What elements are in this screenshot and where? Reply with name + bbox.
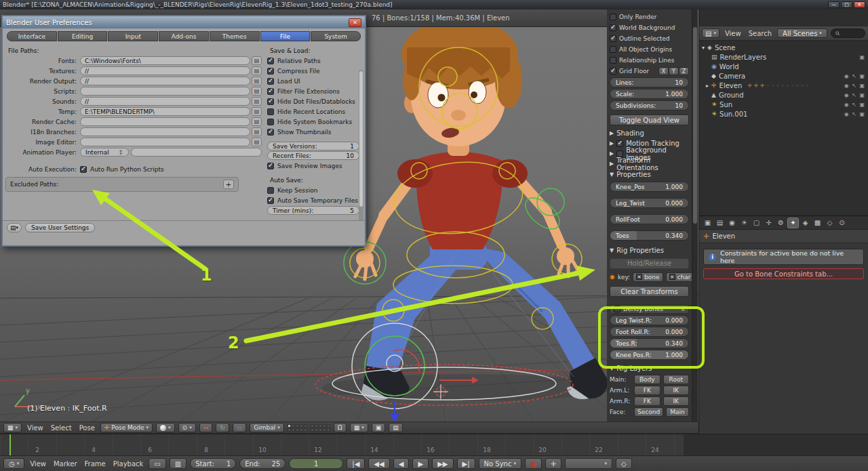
bendy-bones-checkbox[interactable] [614, 306, 620, 312]
auto-run-python-checkbox[interactable] [80, 166, 87, 173]
file-browse-icon[interactable]: ▤ [252, 127, 262, 136]
axis-y-toggle[interactable]: Y [669, 67, 679, 75]
tab-modifiers-icon[interactable]: ⚙ [775, 218, 787, 228]
minimize-icon[interactable]: — [828, 1, 840, 8]
layer-face-second-button[interactable]: Second [634, 407, 663, 417]
outliner-editor-type-button[interactable]: ▤▾ [702, 28, 719, 38]
axis-x-toggle[interactable]: X [658, 67, 669, 75]
restriction-icons[interactable]: ◉ ↖ ▣ [844, 83, 865, 89]
outliner-search-input[interactable] [842, 30, 861, 37]
key-bone-toggle[interactable]: ✕bone [633, 272, 663, 282]
pivot-dropdown[interactable]: ⊙▾ [178, 423, 196, 432]
toes-slider[interactable]: Toes0.340 [610, 230, 689, 241]
play-reverse-button[interactable]: ◀ [393, 458, 410, 469]
hide-system-bookmarks-checkbox[interactable] [267, 119, 274, 125]
insert-keyframe-button[interactable]: ◇ [616, 458, 632, 469]
grid-lines-field[interactable]: Lines:10 [610, 77, 689, 87]
render-cache-path-input[interactable] [80, 117, 250, 126]
hide-dot-files-checkbox[interactable] [267, 98, 274, 105]
file-browse-icon[interactable]: ▤ [252, 138, 262, 146]
keying-set-button[interactable]: ✛ [545, 458, 561, 469]
tab-editing[interactable]: Editing [58, 31, 108, 41]
save-versions-stepper[interactable]: Save Versions:1 [267, 142, 359, 150]
tab-object-icon[interactable]: ▢ [751, 218, 762, 228]
motion-tracking-checkbox[interactable] [616, 140, 623, 147]
toggle-quad-view-button[interactable]: Toggle Quad View [610, 115, 689, 125]
outliner-row-camera[interactable]: ◆Camera◉ ↖ ▣ [699, 71, 868, 81]
outliner-row-eleven[interactable]: ▸✛Eleven✛ ✛ ✛ ◦ ◦ ◦ ◦ ◦ ◦ ◦ ◦ ◦◉ ↖ ▣ [699, 81, 868, 90]
orientation-dropdown[interactable]: Gimbal▾ [250, 423, 284, 432]
load-ui-checkbox[interactable] [267, 78, 274, 85]
leg-twist-slider[interactable]: Leg_Twist0.000 [610, 198, 689, 208]
tab-addons[interactable]: Add-ons [159, 31, 209, 41]
jump-to-end-button[interactable]: ▶| [457, 458, 475, 469]
tab-input[interactable]: Input [108, 31, 158, 41]
preferences-close-icon[interactable]: ✕ [349, 18, 361, 27]
layer-arml-ik-button[interactable]: IK [663, 386, 690, 395]
knee-pos-slider[interactable]: Knee_Pos1.000 [610, 182, 689, 192]
editor-type-button[interactable]: ▦▾ [3, 423, 22, 432]
save-preview-checkbox[interactable] [267, 163, 274, 169]
snap-magnet-button[interactable]: Ω [334, 423, 347, 432]
restriction-icons[interactable]: ◉ ↖ ▣ [844, 111, 865, 117]
file-browse-icon[interactable]: ▤ [252, 66, 262, 75]
record-button[interactable]: ● [525, 458, 542, 469]
only-render-checkbox[interactable] [610, 14, 616, 20]
prefs-editor-type-button[interactable]: ▤▾ [7, 223, 22, 232]
relative-paths-checkbox[interactable] [267, 58, 274, 64]
layers-grid-1[interactable] [288, 424, 307, 432]
current-frame-marker[interactable] [9, 434, 11, 455]
panel-transform-orientations[interactable]: ▶Transform Orientations [610, 159, 689, 169]
layer-body-button[interactable]: Body [634, 375, 660, 384]
clear-transforms-button[interactable]: Clear Transforms [610, 286, 689, 297]
expander-icon[interactable]: ▸ [706, 83, 709, 89]
timeline-editor-type-button[interactable]: ◷▾ [3, 458, 24, 469]
close-icon[interactable]: ✕ [854, 1, 865, 8]
show-thumbnails-checkbox[interactable] [267, 129, 274, 136]
mode-dropdown[interactable]: ✛Pose Mode▾ [100, 423, 153, 432]
grid-scale-field[interactable]: Scale:1.000 [610, 89, 689, 99]
manipulator-scale-button[interactable]: ▭ [233, 423, 247, 432]
tab-constraints-icon[interactable]: ✛ [763, 218, 774, 228]
preferences-titlebar[interactable]: Blender User Preferences ✕ [3, 16, 365, 28]
file-browse-icon[interactable]: ▤ [252, 87, 262, 96]
timer-stepper[interactable]: Timer (mins):5 [267, 206, 359, 215]
current-frame-field[interactable]: 1 [289, 458, 343, 469]
sync-dropdown[interactable]: No Sync▾ [479, 458, 521, 469]
i18n-path-input[interactable] [80, 127, 250, 136]
render-restrict-icon[interactable]: ▣ [859, 54, 865, 60]
layer-armr-fk-button[interactable]: FK [634, 396, 660, 406]
add-excluded-path-button[interactable]: + [223, 180, 234, 189]
hold-release-button[interactable]: Hold/Release [610, 258, 689, 269]
timeline-menu-marker[interactable]: Marker [52, 460, 79, 468]
keep-session-checkbox[interactable] [267, 187, 274, 194]
sounds-path-input[interactable] [80, 97, 250, 106]
shading-dropdown[interactable]: ▾ [156, 423, 175, 432]
menu-select[interactable]: Select [49, 424, 74, 432]
outliner-row-ground[interactable]: ▲Ground◉ ↖ ▣ [699, 90, 868, 100]
toes-r-slider[interactable]: Toes.R:0.340 [610, 338, 689, 348]
axis-z-toggle[interactable]: Z [679, 67, 689, 75]
manipulator-translate-button[interactable]: ↔ [199, 423, 213, 432]
save-user-settings-button[interactable]: Save User Settings [25, 223, 95, 232]
timeline-menu-playback[interactable]: Playback [111, 460, 146, 468]
panel-rig-layers[interactable]: ▼Rig Layers [610, 363, 689, 373]
compress-file-checkbox[interactable] [267, 68, 274, 75]
outliner-row-sun[interactable]: ☀Sun◉ ↖ ▣ [699, 100, 868, 109]
bendy-bones-header[interactable]: Bendy Bones∧ [610, 304, 689, 314]
grid-subdivisions-field[interactable]: Subdivisions:10 [610, 100, 689, 110]
file-browse-icon[interactable]: ▤ [252, 56, 262, 65]
layers-grid-2[interactable] [311, 424, 330, 432]
preferences-scrollbar[interactable] [359, 70, 363, 234]
temp-path-input[interactable] [80, 107, 250, 116]
filter-file-extensions-checkbox[interactable] [267, 88, 274, 95]
tab-render-icon[interactable]: ▣ [702, 218, 713, 228]
outliner-row-sun001[interactable]: ☀Sun.001◉ ↖ ▣ [699, 109, 868, 119]
preview-range-lock-button[interactable]: ▥ [170, 458, 186, 469]
world-background-checkbox[interactable] [610, 24, 616, 31]
tab-themes[interactable]: Themes [210, 31, 260, 41]
key-char-toggle[interactable]: ✕char [666, 272, 692, 282]
tab-scene-icon[interactable]: ◉ [726, 218, 738, 228]
hide-recent-locations-checkbox[interactable] [267, 108, 274, 115]
file-browse-icon[interactable]: ▤ [252, 77, 262, 85]
